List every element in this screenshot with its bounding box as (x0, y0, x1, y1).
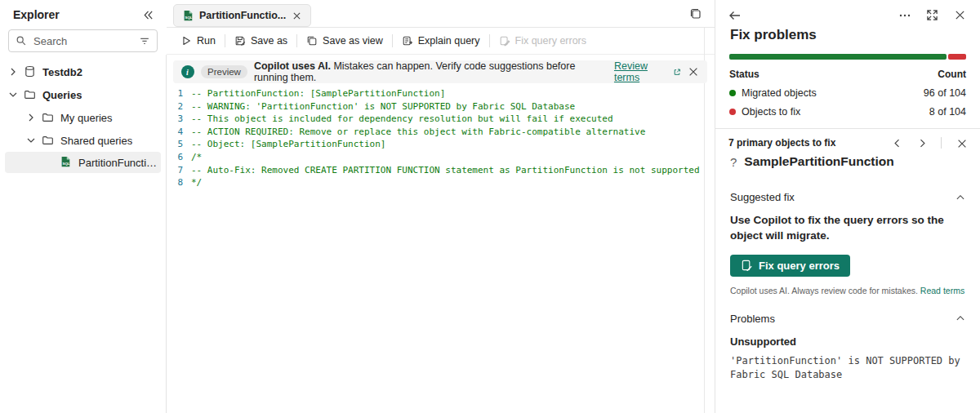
progress-tofix-segment (948, 54, 966, 60)
problems-header[interactable]: Problems (730, 313, 965, 325)
line-text: -- WARNING: 'PartitionFunction' is NOT S… (191, 100, 575, 113)
copilot-preview-icon: i (181, 65, 194, 78)
code-line: 2 -- WARNING: 'PartitionFunction' is NOT… (167, 100, 704, 113)
review-terms-label: Review terms (614, 60, 670, 83)
status-dot (729, 90, 736, 96)
svg-text:SQL: SQL (185, 16, 193, 20)
explain-query-label: Explain query (418, 35, 480, 47)
suggested-fix-title: Suggested fix (730, 191, 795, 203)
read-terms-link[interactable]: Read terms (920, 286, 964, 295)
chevron-up-icon[interactable] (956, 313, 965, 323)
close-panel-icon[interactable] (954, 9, 967, 22)
chevron-up-icon[interactable] (956, 193, 965, 202)
tree-item-label: Testdb2 (42, 66, 82, 78)
status-count: 96 of 104 (924, 87, 966, 99)
tab-partitionfunction[interactable]: SQL PartitionFunctio... (173, 4, 311, 27)
code-editor[interactable]: 1 -- PartitionFunction: [SamplePartition… (167, 87, 704, 189)
suggested-fix-body: Use Copilot to fix the query errors so t… (730, 213, 965, 244)
banner-close-icon[interactable] (688, 66, 699, 78)
previous-object-icon[interactable] (892, 138, 902, 149)
suggested-fix-header[interactable]: Suggested fix (730, 191, 965, 203)
chevron-icon[interactable] (26, 113, 36, 122)
tree-item[interactable]: SQL PartitionFunctio... (5, 152, 161, 173)
tree-item[interactable]: Queries (0, 83, 166, 106)
query-editor-panel: SQL PartitionFunctio... Run (167, 0, 715, 413)
chevron-icon[interactable] (26, 135, 36, 145)
problems-title: Problems (730, 313, 775, 325)
panel-header (715, 0, 980, 25)
chevron-icon[interactable] (8, 90, 18, 100)
line-number: 4 (167, 126, 183, 139)
progress-migrated-segment (729, 54, 947, 60)
back-arrow-icon[interactable] (728, 9, 742, 22)
panel-title: Fix problems (715, 25, 980, 43)
tree-item-label: Shared queries (60, 135, 132, 147)
expand-panel-icon[interactable] (926, 9, 939, 22)
save-as-view-label: Save as view (323, 35, 383, 47)
editor-toolbar: Run Save as Save as view E (167, 28, 715, 55)
line-number: 5 (167, 138, 183, 151)
search-icon (16, 35, 27, 47)
objects-pager: 7 primary objects to fix (715, 129, 980, 149)
copy-icon[interactable] (688, 7, 702, 20)
status-column-header: Status (729, 69, 760, 80)
line-text: -- Object: [SamplePartitionFunction] (191, 138, 385, 151)
close-pager-icon[interactable] (956, 138, 967, 149)
question-icon: ? (730, 156, 737, 168)
tree-icon (24, 88, 37, 101)
next-object-icon[interactable] (917, 138, 928, 149)
filter-icon[interactable] (139, 35, 150, 47)
banner-bold-text: Copilot uses AI. (254, 60, 331, 72)
tab-close-icon[interactable] (292, 11, 302, 21)
fix-query-errors-label: Fix query errors (759, 260, 840, 272)
editor-right-edge (704, 28, 705, 413)
explain-query-button[interactable]: Explain query (393, 28, 489, 54)
line-number: 3 (167, 113, 183, 126)
layers-icon (306, 35, 318, 47)
explorer-title: Explorer (13, 8, 60, 21)
tree-icon (24, 65, 37, 78)
fix-query-errors-toolbar-label: Fix query errors (515, 35, 587, 47)
status-label: Migrated objects (742, 87, 817, 99)
tree-item-label: Queries (42, 89, 82, 101)
status-count: 8 of 104 (929, 106, 966, 118)
document-sparkle-icon (402, 35, 413, 47)
save-as-button[interactable]: Save as (225, 28, 296, 54)
code-line: 1 -- PartitionFunction: [SamplePartition… (167, 87, 704, 100)
review-terms-link[interactable]: Review terms (614, 60, 681, 83)
status-rows: Migrated objects 96 of 104 Objects to fi… (715, 87, 980, 118)
preview-badge: Preview (201, 65, 247, 78)
more-options-icon[interactable] (898, 9, 911, 22)
chevron-icon[interactable] (44, 158, 54, 167)
document-edit-icon (741, 260, 753, 272)
line-number: 2 (167, 100, 183, 113)
sql-file-icon: SQL (182, 10, 194, 21)
play-icon (180, 35, 192, 47)
svg-text:i: i (186, 68, 189, 77)
search-box[interactable] (8, 29, 158, 52)
line-text: -- This object is included for dependenc… (191, 113, 613, 126)
code-line: 7 -- Auto-Fix: Removed CREATE PARTITION … (167, 164, 704, 177)
tree-icon (42, 134, 55, 147)
tree-item[interactable]: My queries (0, 106, 166, 129)
line-number: 7 (167, 164, 183, 177)
fix-query-errors-button[interactable]: Fix query errors (730, 255, 850, 277)
pager-separator (941, 137, 942, 149)
problem-detail: 'PartitionFunction' is NOT SUPPORTED by … (730, 354, 965, 383)
run-button[interactable]: Run (172, 28, 225, 54)
search-input[interactable] (32, 34, 134, 48)
explorer-sidebar: Explorer Testdb2 Queries My queries Sha (0, 0, 166, 413)
run-label: Run (197, 35, 216, 47)
svg-text:SQL: SQL (63, 162, 70, 166)
save-as-view-button[interactable]: Save as view (297, 28, 392, 54)
tree-item[interactable]: Testdb2 (0, 60, 166, 83)
collapse-sidebar-icon[interactable] (142, 9, 154, 21)
status-row: Objects to fix 8 of 104 (729, 106, 966, 118)
status-dot (729, 109, 736, 115)
line-text: */ (191, 176, 202, 189)
code-line: 6 /* (167, 151, 704, 164)
code-line: 3 -- This object is included for depende… (167, 113, 704, 126)
code-line: 8 */ (167, 176, 704, 189)
chevron-icon[interactable] (8, 67, 18, 77)
tree-item[interactable]: Shared queries (0, 129, 166, 152)
